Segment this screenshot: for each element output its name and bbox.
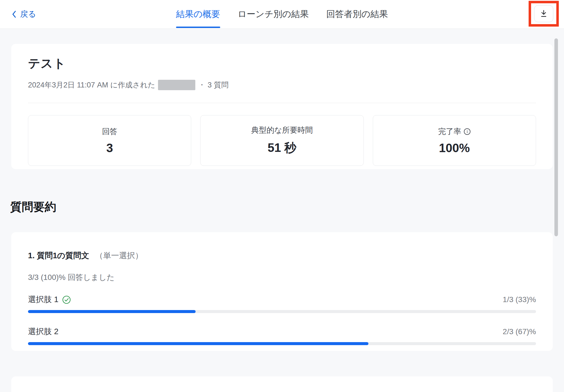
answered-count-text: 3/3 (100)% 回答しました <box>28 272 536 283</box>
survey-subtitle: 2024年3月2日 11:07 AM に作成された ・ 3 質問 <box>28 80 536 90</box>
created-text: 2024年3月2日 11:07 AM に作成された <box>28 80 155 90</box>
tab-results-by-respondent[interactable]: 回答者別の結果 <box>326 0 388 29</box>
question-title-row: 1. 質問1の質問文 （単一選択） <box>28 250 536 261</box>
correct-answer-check-icon <box>62 296 71 304</box>
survey-overview-card: テスト 2024年3月2日 11:07 AM に作成された ・ 3 質問 回答 … <box>11 44 553 169</box>
question-summary-heading: 質問要約 <box>10 199 553 215</box>
results-tabs: 結果の概要 ローンチ別の結果 回答者別の結果 <box>176 0 388 29</box>
divider <box>28 103 536 103</box>
survey-title: テスト <box>28 55 536 72</box>
vertical-scrollbar[interactable] <box>554 38 558 236</box>
choice-result-value: 2/3 (67)% <box>503 327 536 336</box>
redacted-author-name <box>158 80 195 90</box>
choice-bar-track <box>28 310 536 313</box>
question-type: （単一選択） <box>95 250 143 261</box>
tab-results-by-launch[interactable]: ローンチ別の結果 <box>238 0 309 29</box>
question-title: 1. 質問1の質問文 <box>28 250 89 261</box>
annotation-highlight-rectangle <box>529 1 559 27</box>
choice-result-value: 1/3 (33)% <box>503 295 536 304</box>
stat-label: 回答 <box>102 126 117 137</box>
choice-label: 選択肢 2 <box>28 326 58 337</box>
main-content: テスト 2024年3月2日 11:07 AM に作成された ・ 3 質問 回答 … <box>0 29 564 392</box>
download-icon <box>540 9 548 18</box>
stat-value: 3 <box>106 141 113 155</box>
question-count-text: ・ 3 質問 <box>198 80 229 90</box>
choice-row: 選択肢 2 2/3 (67)% <box>28 326 536 337</box>
info-icon[interactable]: i <box>464 128 470 135</box>
question-card-1: 1. 質問1の質問文 （単一選択） 3/3 (100)% 回答しました 選択肢 … <box>11 232 553 351</box>
choice-row: 選択肢 1 1/3 (33)% <box>28 294 536 305</box>
stat-card-completion-rate: 完了率 i 100% <box>373 115 536 166</box>
top-bar: 戻る 結果の概要 ローンチ別の結果 回答者別の結果 <box>0 0 564 29</box>
choice-bar-fill <box>28 342 368 345</box>
stat-card-responses: 回答 3 <box>28 115 191 166</box>
question-card-2: 2. 質問2の質問文 （複数選択） <box>11 376 553 392</box>
stats-row: 回答 3 典型的な所要時間 51 秒 完了率 i 100% <box>28 115 536 166</box>
back-label: 戻る <box>20 9 36 20</box>
stat-label: 典型的な所要時間 <box>251 125 313 135</box>
choice-bar-track <box>28 342 536 345</box>
stat-value: 100% <box>439 141 470 155</box>
stat-card-typical-time: 典型的な所要時間 51 秒 <box>200 115 363 166</box>
choice-bar-fill <box>28 310 196 313</box>
tab-results-overview[interactable]: 結果の概要 <box>176 0 220 29</box>
back-button[interactable]: 戻る <box>12 0 36 29</box>
stat-value: 51 秒 <box>267 140 296 156</box>
chevron-left-icon <box>12 10 16 18</box>
download-button[interactable] <box>534 5 553 22</box>
choice-label: 選択肢 1 <box>28 294 71 305</box>
stat-label: 完了率 i <box>438 126 470 137</box>
